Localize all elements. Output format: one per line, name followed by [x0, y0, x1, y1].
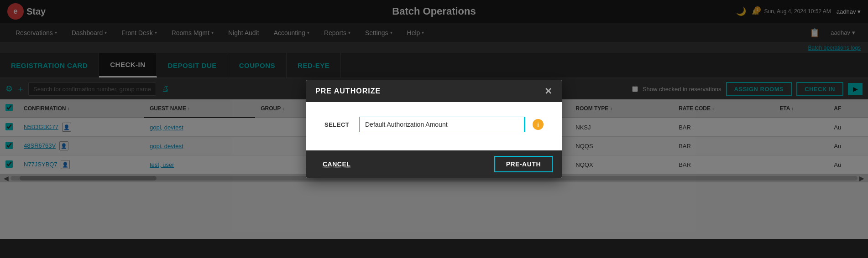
cancel-button[interactable]: CANCEL	[315, 157, 358, 171]
modal-title: PRE AUTHORIZE	[315, 87, 381, 95]
modal-overlay: PRE AUTHORIZE ✕ SELECT Default Authoriza…	[0, 0, 868, 258]
modal-footer: CANCEL PRE-AUTH	[306, 150, 562, 178]
select-label: SELECT	[324, 121, 352, 128]
pre-auth-button[interactable]: PRE-AUTH	[494, 156, 553, 172]
info-icon[interactable]: i	[533, 119, 544, 130]
modal-header: PRE AUTHORIZE ✕	[306, 80, 562, 102]
pre-authorize-modal: PRE AUTHORIZE ✕ SELECT Default Authoriza…	[306, 80, 562, 178]
modal-body: SELECT Default Authorization Amount i	[306, 102, 562, 150]
modal-close-button[interactable]: ✕	[544, 87, 553, 96]
select-row: SELECT Default Authorization Amount i	[324, 117, 544, 132]
authorization-amount-select[interactable]: Default Authorization Amount	[359, 117, 525, 132]
